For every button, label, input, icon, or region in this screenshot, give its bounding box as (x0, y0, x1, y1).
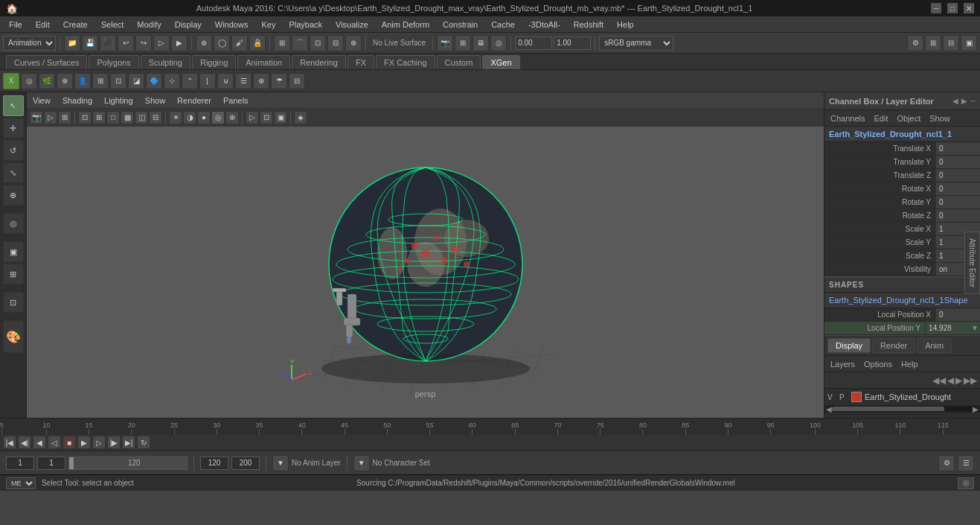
color-space-select[interactable]: sRGB gamma (599, 36, 673, 51)
vp-menu-panels[interactable]: Panels (223, 96, 249, 105)
menu-3dtoall[interactable]: -3DtoAll- (522, 19, 566, 31)
universal-tool-btn[interactable]: ⊕ (3, 185, 24, 206)
frame-start-input[interactable] (6, 456, 34, 470)
shelf-btn-16[interactable]: ☂ (271, 73, 287, 89)
channel-rotate-z[interactable]: Rotate Z 0 (824, 209, 980, 223)
lm-help[interactable]: Help (898, 360, 921, 369)
shelf-btn-12[interactable]: ⌊ (199, 73, 216, 89)
cb-edit[interactable]: Edit (871, 114, 891, 123)
shelf-btn-4[interactable]: ⊕ (57, 73, 73, 89)
shelf-btn-15[interactable]: ⊕ (253, 73, 269, 89)
layer-p-btn[interactable]: P (839, 393, 848, 401)
tab-rendering[interactable]: Rendering (292, 55, 346, 69)
lm-layers[interactable]: Layers (827, 360, 858, 369)
ch-val-0[interactable]: 0 (935, 142, 980, 155)
channel-rotate-y[interactable]: Rotate Y 0 (824, 196, 980, 209)
vp-btn16[interactable]: ⊡ (260, 111, 273, 124)
tb-btn-7[interactable]: ▶ (171, 35, 188, 51)
redo-btn[interactable]: ↪ (135, 35, 152, 51)
tb-btn-6[interactable]: ▷ (153, 35, 170, 51)
shelf-btn-10[interactable]: ⊹ (164, 73, 180, 89)
vp-btn14[interactable]: ⊕ (225, 111, 239, 124)
shelf-btn-14[interactable]: ☰ (235, 73, 252, 89)
tab-rigging[interactable]: Rigging (192, 55, 236, 69)
char-set-btn[interactable]: ▼ (353, 455, 370, 471)
shelf-btn-8[interactable]: ◪ (128, 73, 144, 89)
shelf-btn-11[interactable]: ⌃ (182, 73, 198, 89)
character-menu-btn[interactable]: ▼ (272, 455, 289, 471)
vp-menu-renderer[interactable]: Renderer (177, 96, 211, 105)
shelf-btn-3[interactable]: 🌿 (39, 73, 55, 89)
tab-render[interactable]: Render (872, 338, 915, 353)
cb-show[interactable]: Show (926, 114, 953, 123)
tab-display[interactable]: Display (827, 338, 871, 353)
menu-playback[interactable]: Playback (283, 19, 328, 31)
tab-curves-surfaces[interactable]: Curves / Surfaces (6, 55, 87, 69)
vp-ao-btn[interactable]: ● (197, 111, 211, 124)
cb-channels[interactable]: Channels (827, 114, 868, 123)
layer-arr-1[interactable]: ◀◀ (932, 375, 946, 386)
vp-shadow-btn[interactable]: ◑ (183, 111, 196, 124)
value1-input[interactable] (515, 36, 552, 50)
shelf-btn-13[interactable]: ⊎ (217, 73, 234, 89)
tb-btn-16[interactable]: ⊞ (455, 35, 471, 51)
scroll-right-btn[interactable]: ▶ (973, 405, 979, 413)
cb-minimize[interactable]: ─ (970, 97, 976, 105)
shape-ch-val-1[interactable]: 14.928 (925, 322, 970, 334)
lm-options[interactable]: Options (861, 360, 895, 369)
stop-btn[interactable]: ■ (63, 436, 76, 449)
shelf-btn-17[interactable]: ⊟ (289, 73, 305, 89)
lasso-select-btn[interactable]: ⊡ (3, 292, 24, 313)
play-fwd-btn[interactable]: ▶ (77, 436, 91, 449)
snap-to-grid-btn[interactable]: ⊞ (3, 264, 24, 284)
tab-xgen[interactable]: XGen (482, 55, 519, 69)
channel-translate-y[interactable]: Translate Y 0 (824, 156, 980, 169)
shelf-btn-6[interactable]: ⊞ (92, 73, 109, 89)
ch-val-3[interactable]: 0 (935, 182, 980, 195)
frame-max-input[interactable] (200, 456, 228, 470)
ch-val-4[interactable]: 0 (935, 196, 980, 209)
vp-btn9[interactable]: ⊟ (149, 111, 162, 124)
vp-isolate-btn[interactable]: ▷ (246, 111, 259, 124)
shelf-btn-9[interactable]: 🔷 (146, 73, 162, 89)
snap-grid-btn[interactable]: ⊞ (274, 35, 290, 51)
layer-arr-2[interactable]: ◀ (947, 375, 954, 386)
channel-scale-y[interactable]: Scale Y 1 (824, 236, 980, 249)
select-tool-btn[interactable]: ↖ (3, 95, 24, 116)
tb-right-1[interactable]: ⊞ (925, 35, 941, 51)
shape-ch-val-0[interactable]: 0 (935, 308, 980, 321)
timeline-ruler[interactable]: 5101520253035404550556065707580859095100… (0, 419, 980, 435)
prev-key-btn[interactable]: ◀| (18, 436, 31, 449)
paint-btn[interactable]: 🖌 (231, 35, 248, 51)
vp-cam-btn[interactable]: 📷 (30, 111, 43, 124)
layer-color-swatch[interactable] (851, 392, 862, 402)
menu-key[interactable]: Key (255, 19, 281, 31)
shelf-btn-7[interactable]: ⊡ (110, 73, 126, 89)
paint-effects-btn[interactable]: 🎨 (3, 320, 24, 353)
undo-btn[interactable]: ↩ (118, 35, 134, 51)
menu-file[interactable]: File (3, 19, 28, 31)
lock-btn[interactable]: 🔒 (249, 35, 266, 51)
menu-redshift[interactable]: Redshift (568, 19, 609, 31)
tab-animation[interactable]: Animation (237, 55, 290, 69)
frame-limit-input[interactable] (231, 456, 260, 470)
shelf-btn-5[interactable]: 👤 (74, 73, 91, 89)
menu-modify[interactable]: Modify (131, 19, 167, 31)
shelf-btn-2[interactable]: ◎ (21, 73, 37, 89)
lasso-btn[interactable]: ◯ (214, 35, 230, 51)
snap-view-btn[interactable]: ⊟ (327, 35, 344, 51)
snap-point-btn[interactable]: ⊡ (310, 35, 326, 51)
close-button[interactable]: ✕ (964, 3, 974, 13)
menu-anim-deform[interactable]: Anim Deform (376, 19, 435, 31)
vp-btn7[interactable]: ▦ (121, 111, 134, 124)
cb-icon-1[interactable]: ◀ (952, 97, 958, 105)
xgen-icon[interactable]: X (3, 73, 19, 89)
tab-fx-caching[interactable]: FX Caching (376, 55, 435, 69)
channel-local-pos-y[interactable]: Local Position Y 14.928 ▼ (824, 322, 980, 335)
ch-val-2[interactable]: 0 (935, 169, 980, 182)
loop-btn[interactable]: ↻ (137, 436, 150, 449)
tab-sculpting[interactable]: Sculpting (141, 55, 190, 69)
vp-grid-btn[interactable]: ⊡ (78, 111, 92, 124)
menu-edit[interactable]: Edit (30, 19, 56, 31)
scale-tool-btn[interactable]: ⤡ (3, 162, 24, 183)
